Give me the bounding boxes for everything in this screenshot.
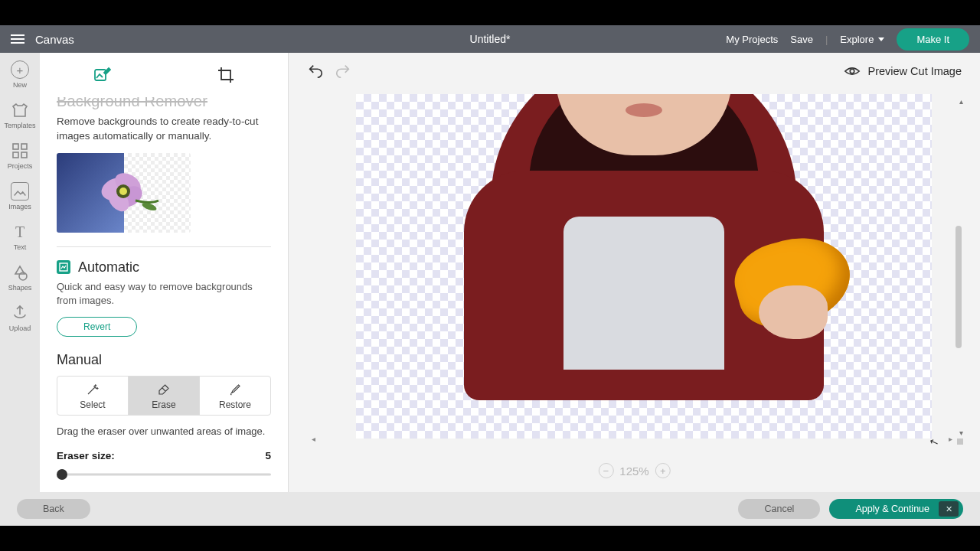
demo-thumbnail <box>57 153 191 233</box>
canvas-image[interactable] <box>356 94 932 439</box>
eraser-size-slider[interactable] <box>57 468 271 481</box>
plus-icon: + <box>11 60 29 79</box>
scroll-up-icon[interactable]: ▴ <box>959 97 963 106</box>
tab-crop[interactable] <box>164 53 288 97</box>
chevron-down-icon <box>878 37 884 41</box>
rail-new[interactable]: + New <box>11 60 29 89</box>
back-button[interactable]: Back <box>17 499 90 519</box>
app-brand: Canvas <box>35 33 74 46</box>
svg-rect-1 <box>21 144 27 149</box>
svg-point-15 <box>850 69 854 73</box>
scroll-down-icon[interactable]: ▾ <box>959 429 963 437</box>
explore-dropdown[interactable]: Explore <box>840 34 884 45</box>
svg-point-12 <box>119 187 127 195</box>
rail-label: Upload <box>9 324 31 332</box>
top-bar: Canvas Untitled* My Projects Save | Expl… <box>0 25 980 53</box>
eraser-size-value: 5 <box>265 450 271 461</box>
rail-label: New <box>13 81 27 89</box>
rail-label: Shapes <box>8 284 32 292</box>
svg-rect-0 <box>13 144 18 149</box>
rail-shapes[interactable]: Shapes <box>8 263 32 292</box>
upload-icon <box>11 304 29 322</box>
manual-tool-segment: Select Erase Restore <box>57 376 271 416</box>
divider <box>57 246 271 247</box>
left-rail: + New Templates Projects Images <box>0 53 40 492</box>
scroll-left-icon[interactable]: ◂ <box>312 435 315 443</box>
crop-icon <box>217 66 235 84</box>
tool-restore[interactable]: Restore <box>199 377 270 415</box>
eraser-icon <box>157 383 171 396</box>
eraser-size-label: Eraser size: <box>57 450 115 461</box>
rail-templates[interactable]: Templates <box>4 101 35 129</box>
rail-label: Images <box>8 203 31 210</box>
canvas-area: Preview Cut Image ▴ <box>289 53 980 492</box>
rail-label: Templates <box>4 122 35 129</box>
canvas-viewport[interactable]: ▴ ▾ ◂ ▸ − 125% + ↖ <box>302 90 966 492</box>
edit-image-icon <box>93 66 111 84</box>
shapes-icon <box>11 263 29 282</box>
document-title: Untitled* <box>470 33 511 45</box>
panel-description: Remove backgrounds to create ready-to-cu… <box>57 115 271 144</box>
menu-icon[interactable] <box>11 34 24 44</box>
cursor-icon: ↖ <box>928 434 941 448</box>
wand-icon <box>86 383 100 396</box>
manual-description: Drag the eraser over unwanted areas of i… <box>57 425 271 439</box>
zoom-in-button[interactable]: + <box>655 463 671 478</box>
eye-icon <box>844 63 861 80</box>
rail-projects[interactable]: Projects <box>8 142 33 170</box>
auto-badge-icon <box>57 260 70 274</box>
tool-label: Select <box>80 399 105 410</box>
rail-upload[interactable]: Upload <box>9 304 31 332</box>
flower-icon <box>82 162 166 223</box>
svg-rect-3 <box>21 152 27 158</box>
zoom-control: − 125% + <box>598 463 670 478</box>
rail-label: Text <box>14 243 27 251</box>
cancel-button[interactable]: Cancel <box>738 499 820 519</box>
zoom-level: 125% <box>619 465 648 478</box>
brush-icon <box>228 383 242 396</box>
svg-rect-2 <box>13 152 18 158</box>
undo-icon[interactable] <box>307 63 324 80</box>
image-icon <box>11 182 29 201</box>
shirt-icon <box>11 101 29 119</box>
tool-label: Restore <box>219 399 251 410</box>
explore-label: Explore <box>840 34 874 45</box>
rail-label: Projects <box>8 162 33 170</box>
apply-continue-button[interactable]: Apply & Continue ✕ <box>829 499 963 519</box>
close-overlay-icon[interactable]: ✕ <box>939 501 959 517</box>
slider-knob[interactable] <box>57 469 67 480</box>
scroll-right-icon[interactable]: ▸ <box>949 435 952 443</box>
panel-title: Background Remover <box>57 97 271 110</box>
tool-erase[interactable]: Erase <box>128 377 199 415</box>
horizontal-scrollbar[interactable] <box>957 439 963 445</box>
panel-scroll[interactable]: Background Remover Remove backgrounds to… <box>40 97 288 492</box>
redo-icon[interactable] <box>335 63 351 80</box>
bottom-bar: Back Cancel Apply & Continue ✕ <box>0 492 980 526</box>
side-panel: Background Remover Remove backgrounds to… <box>40 53 289 492</box>
apply-label: Apply & Continue <box>855 504 929 514</box>
tab-edit-image[interactable] <box>40 53 164 97</box>
zoom-out-button[interactable]: − <box>598 463 613 478</box>
text-icon: T <box>11 223 29 241</box>
my-projects-link[interactable]: My Projects <box>726 34 778 45</box>
preview-cut-toggle[interactable]: Preview Cut Image <box>844 63 962 80</box>
save-link[interactable]: Save <box>790 34 813 45</box>
grid-icon <box>11 142 29 160</box>
revert-button[interactable]: Revert <box>57 317 137 337</box>
vertical-scrollbar[interactable] <box>956 226 962 348</box>
rail-text[interactable]: T Text <box>11 223 29 251</box>
make-it-button[interactable]: Make It <box>897 28 969 51</box>
tool-label: Erase <box>152 399 175 410</box>
rail-images[interactable]: Images <box>8 182 31 210</box>
tool-select[interactable]: Select <box>57 377 128 415</box>
automatic-description: Quick and easy way to remove backgrounds… <box>57 280 271 308</box>
automatic-heading: Automatic <box>78 259 139 276</box>
preview-cut-label: Preview Cut Image <box>868 65 962 77</box>
manual-heading: Manual <box>57 352 271 368</box>
divider: | <box>825 34 828 45</box>
